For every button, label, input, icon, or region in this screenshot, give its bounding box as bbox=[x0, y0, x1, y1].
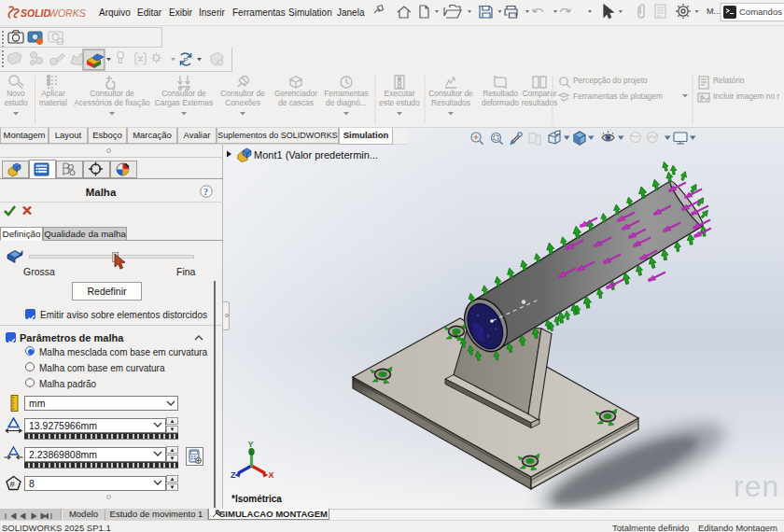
svg-text:Comandos d: Comandos d bbox=[739, 7, 784, 17]
svg-text:de diagnó...: de diagnó... bbox=[326, 98, 367, 107]
svg-text:ren: ren bbox=[734, 469, 779, 503]
svg-text:Z: Z bbox=[231, 470, 236, 480]
svg-text:estudo: estudo bbox=[4, 98, 27, 107]
svg-text:Incluir imagem no r: Incluir imagem no r bbox=[713, 91, 779, 101]
svg-text:Percepção do projeto: Percepção do projeto bbox=[573, 76, 648, 85]
svg-text:?: ? bbox=[203, 187, 208, 197]
svg-text:*Isométrica: *Isométrica bbox=[231, 494, 282, 504]
svg-text:de cascas: de cascas bbox=[278, 98, 314, 107]
svg-text:P: P bbox=[184, 56, 189, 64]
svg-text:Consultor de: Consultor de bbox=[220, 89, 265, 98]
svg-text:Resultado: Resultado bbox=[483, 89, 518, 98]
svg-text:Consultor de: Consultor de bbox=[90, 89, 134, 98]
svg-text:Consultor de: Consultor de bbox=[161, 89, 206, 98]
svg-text:material: material bbox=[39, 98, 67, 107]
svg-text:Y: Y bbox=[248, 440, 254, 449]
svg-text:Ferramentas: Ferramentas bbox=[324, 89, 368, 98]
svg-text:#: # bbox=[10, 479, 16, 489]
svg-text:Cargas Externas: Cargas Externas bbox=[155, 98, 213, 107]
svg-text:Novo: Novo bbox=[7, 89, 25, 98]
svg-text:M...: M... bbox=[707, 7, 721, 16]
svg-text:Ferramentas de plotagem: Ferramentas de plotagem bbox=[573, 91, 663, 101]
svg-text:Executar: Executar bbox=[384, 89, 414, 98]
svg-text:Resultados: Resultados bbox=[431, 98, 470, 107]
svg-text:SOLID: SOLID bbox=[21, 7, 51, 19]
svg-text:Consultor de: Consultor de bbox=[428, 89, 473, 98]
svg-text:Mont1 (Valor predetermin...: Mont1 (Valor predetermin... bbox=[254, 149, 378, 161]
svg-text:Conexões: Conexões bbox=[225, 98, 260, 107]
svg-text:Gerenciador: Gerenciador bbox=[274, 89, 317, 98]
svg-text:Aplicar: Aplicar bbox=[41, 89, 65, 98]
svg-text:Acessórios de fixação: Acessórios de fixação bbox=[74, 98, 150, 107]
svg-text:Relatório: Relatório bbox=[713, 76, 745, 85]
svg-text:WORKS: WORKS bbox=[49, 7, 86, 19]
svg-text:Comparar: Comparar bbox=[522, 89, 556, 98]
svg-text:X: X bbox=[269, 470, 274, 480]
svg-text:este estudo: este estudo bbox=[379, 98, 420, 107]
svg-text:deformado: deformado bbox=[482, 98, 519, 107]
